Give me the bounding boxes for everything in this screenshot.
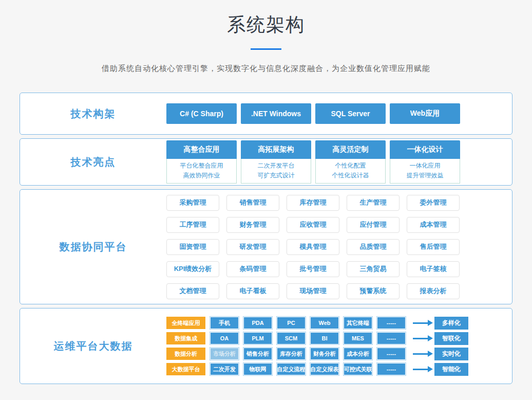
platform-cell[interactable]: PLM [243,332,272,344]
module-chip[interactable]: 预警系统 [347,283,400,299]
section-label-data-platform: 数据协同平台 [20,240,166,254]
highlight-card[interactable]: 高整合应用 平台化整合应用 高效协同作业 [166,140,237,184]
module-chip[interactable]: 现场管理 [287,283,339,299]
section-label-tech-framework: 技术构架 [20,107,166,121]
bigdata-row-terminals: 全终端应用 手机 PDA PC Web 其它终端 ----- 多样化 [166,317,512,330]
module-chip[interactable]: 三角贸易 [347,261,400,277]
highlight-card-body: 一体化应用 提升管理效益 [390,159,460,184]
module-chip[interactable]: 电子签核 [407,261,460,277]
arrow-right-icon [413,353,428,355]
module-chip[interactable]: 生产管理 [347,195,400,211]
tech-framework-item[interactable]: .NET Windows [241,103,311,124]
platform-cell[interactable]: 物联网 [243,363,272,375]
module-chip[interactable]: 应付管理 [347,217,400,233]
module-chip[interactable]: 应收管理 [287,217,339,233]
highlight-card-line: 平台化整合应用 [167,161,236,171]
category-tag: 数据分析 [166,348,205,360]
bigdata-row-integration: 数据集成 OA PLM SCM BI MES ----- 智联化 [166,332,512,345]
section-ops-bigdata: 运维平台大数据 全终端应用 手机 PDA PC Web 其它终端 ----- 多… [20,308,512,384]
bigdata-row-analysis: 数据分析 市场分析 销售分析 库存分析 财务分析 成本分析 ----- 实时化 [166,348,512,360]
module-chip[interactable]: 财务管理 [226,217,279,233]
platform-cell[interactable]: 库存分析 [277,348,306,360]
platform-cell[interactable]: BI [310,332,339,344]
module-chip[interactable]: 品质管理 [347,239,400,255]
module-chip[interactable]: 条码管理 [226,261,279,277]
platform-cell[interactable]: SCM [277,332,306,344]
module-chip[interactable]: 研发管理 [226,239,279,255]
highlight-card-body: 个性化配置 个性化设计器 [315,159,386,184]
highlight-card-line: 个性化配置 [316,161,385,171]
architecture-diagram: 技术构架 C# (C Sharp) .NET Windows SQL Serve… [20,93,512,384]
bigdata-rows: 全终端应用 手机 PDA PC Web 其它终端 ----- 多样化 数据集成 … [166,317,512,376]
platform-cell-more[interactable]: ----- [377,348,406,360]
arrow-right-icon [413,369,428,370]
platform-cell[interactable]: 其它终端 [344,317,372,329]
highlight-card-line: 提升管理效益 [390,171,460,180]
section-tech-highlights: 技术亮点 高整合应用 平台化整合应用 高效协同作业 高拓展架构 二次开发平台 可… [20,138,512,186]
section-label-tech-highlights: 技术亮点 [20,155,166,169]
highlight-card[interactable]: 一体化设计 一体化应用 提升管理效益 [390,140,460,184]
platform-cell-more[interactable]: ----- [377,332,406,344]
category-tag: 数据集成 [166,332,205,344]
tech-framework-items: C# (C Sharp) .NET Windows SQL Server Web… [166,103,512,124]
result-chip[interactable]: 实时化 [434,348,468,360]
tech-framework-item[interactable]: SQL Server [315,103,386,124]
platform-cell-more[interactable]: ----- [377,317,406,329]
module-chip[interactable]: 成本管理 [407,217,460,233]
module-chip[interactable]: 售后管理 [407,239,460,255]
platform-cell[interactable]: 成本分析 [344,348,372,360]
section-tech-framework: 技术构架 C# (C Sharp) .NET Windows SQL Serve… [20,93,512,135]
result-chip[interactable]: 多样化 [434,317,468,330]
highlight-card-line: 高效协同作业 [167,171,236,180]
platform-cell[interactable]: PDA [243,317,272,329]
arrow-right-icon [413,322,428,324]
platform-cell[interactable]: 自定义报表 [310,363,339,375]
platform-cell[interactable]: OA [210,332,239,344]
tech-framework-item[interactable]: Web应用 [390,103,460,124]
result-chip[interactable]: 智联化 [434,332,468,345]
module-chip[interactable]: 电子看板 [226,283,279,299]
bigdata-row-platform: 大数据平台 二次开发 物联网 自定义流程 自定义报表 可控式关联 ----- 智… [166,363,512,376]
platform-cell[interactable]: PC [277,317,306,329]
page-header: 系统架构 借助系统自动化核心管理引擎，实现数字化与信息化深度融合，为企业数值化管… [0,0,532,74]
page-subtitle: 借助系统自动化核心管理引擎，实现数字化与信息化深度融合，为企业数值化管理应用赋能 [0,64,532,74]
highlight-card-title: 高拓展架构 [241,140,311,159]
module-chip[interactable]: 模具管理 [287,239,339,255]
category-tag: 大数据平台 [166,363,205,375]
platform-cell[interactable]: 销售分析 [243,348,272,360]
highlight-card-title: 一体化设计 [390,140,460,159]
module-chip[interactable]: 文档管理 [166,283,219,299]
module-chip[interactable]: 库存管理 [287,195,339,211]
platform-cell[interactable]: 自定义流程 [277,363,306,375]
tech-framework-item[interactable]: C# (C Sharp) [166,103,237,124]
module-chip[interactable]: 批号管理 [287,261,339,277]
platform-cell[interactable]: 市场分析 [210,348,239,360]
highlight-card-title: 高整合应用 [166,140,237,159]
platform-cell[interactable]: 二次开发 [210,363,239,375]
platform-cell-more[interactable]: ----- [377,363,406,375]
highlight-card[interactable]: 高灵活定制 个性化配置 个性化设计器 [315,140,386,184]
section-label-ops-bigdata: 运维平台大数据 [20,339,166,353]
module-chip[interactable]: 固资管理 [166,239,219,255]
module-chip[interactable]: 报表分析 [407,283,460,299]
platform-cell[interactable]: 财务分析 [310,348,339,360]
arrow-right-icon [413,338,428,339]
module-chip[interactable]: 销售管理 [226,195,279,211]
result-chip[interactable]: 智能化 [434,363,468,376]
highlight-card-line: 一体化应用 [390,161,460,171]
title-underline [251,48,281,50]
platform-cell[interactable]: 手机 [210,317,239,329]
platform-cell[interactable]: MES [344,332,372,344]
highlight-card[interactable]: 高拓展架构 二次开发平台 可扩充式设计 [241,140,311,184]
highlight-card-line: 个性化设计器 [316,171,385,180]
highlight-card-line: 可扩充式设计 [241,171,311,180]
module-chip[interactable]: 工序管理 [166,217,219,233]
module-chip[interactable]: 采购管理 [166,195,219,211]
section-data-platform: 数据协同平台 采购管理 销售管理 库存管理 生产管理 委外管理 工序管理 财务管… [20,189,512,304]
highlight-card-title: 高灵活定制 [315,140,386,159]
module-chip[interactable]: KPI绩效分析 [166,261,219,277]
platform-cell[interactable]: Web [310,317,339,329]
tech-highlight-cards: 高整合应用 平台化整合应用 高效协同作业 高拓展架构 二次开发平台 可扩充式设计… [166,140,512,184]
module-chip[interactable]: 委外管理 [407,195,460,211]
platform-cell[interactable]: 可控式关联 [344,363,372,375]
